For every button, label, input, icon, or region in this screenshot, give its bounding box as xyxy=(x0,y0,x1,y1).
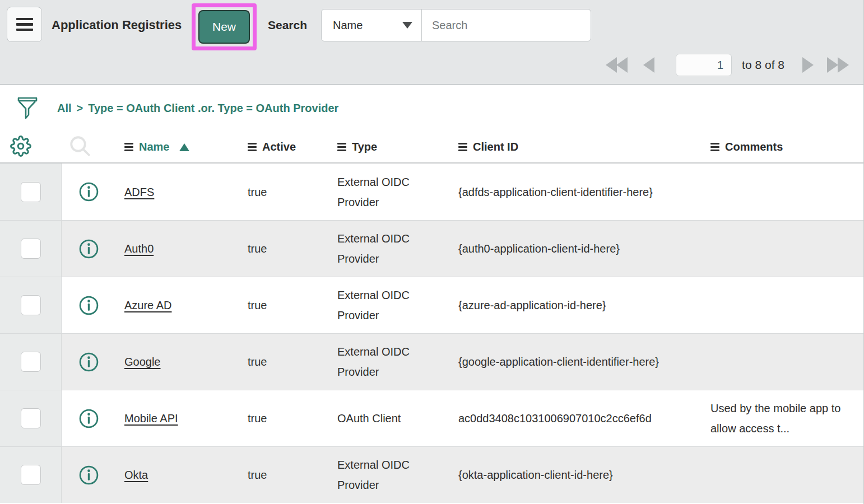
type-cell: OAuth Client xyxy=(337,408,458,428)
breadcrumb-condition-link[interactable]: Type = OAuth Client .or. Type = OAuth Pr… xyxy=(88,102,338,115)
name-cell: Auth0 xyxy=(124,239,248,259)
row-select-cell xyxy=(0,277,62,333)
hamburger-icon xyxy=(16,18,33,21)
search-label: Search xyxy=(268,18,307,32)
search-field-selected: Name xyxy=(333,19,363,32)
active-cell: true xyxy=(248,465,337,485)
column-header-active[interactable]: Active xyxy=(248,141,337,153)
info-icon[interactable] xyxy=(78,352,99,372)
hamburger-icon xyxy=(458,143,467,151)
record-link[interactable]: Azure AD xyxy=(124,299,171,311)
row-select-cell xyxy=(0,334,62,390)
row-checkbox[interactable] xyxy=(21,182,41,202)
info-icon[interactable] xyxy=(78,239,99,259)
type-cell: External OIDC Provider xyxy=(337,172,458,212)
name-cell: ADFS xyxy=(124,182,248,202)
pagination-range-text: to 8 of 8 xyxy=(742,58,784,72)
double-left-arrow-icon xyxy=(606,57,628,73)
breadcrumb: All > Type = OAuth Client .or. Type = OA… xyxy=(57,102,338,115)
row-checkbox[interactable] xyxy=(21,295,41,315)
new-button[interactable]: New xyxy=(198,10,250,44)
record-link[interactable]: Google xyxy=(124,356,161,368)
info-icon[interactable] xyxy=(78,408,99,429)
record-link[interactable]: ADFS xyxy=(124,186,154,198)
table-row: ADFS true External OIDC Provider {adfds-… xyxy=(0,164,863,220)
client-id-cell: {auth0-application-client-id-here} xyxy=(458,239,710,259)
page-number-input[interactable] xyxy=(676,54,732,76)
list-column-header-row: Name Active Type Client ID Comments xyxy=(0,132,863,164)
left-arrow-icon xyxy=(643,57,654,73)
table-row: Azure AD true External OIDC Provider {az… xyxy=(0,277,863,333)
client-id-cell: {adfds-application-client-identifier-her… xyxy=(458,182,710,202)
row-select-cell xyxy=(0,164,62,220)
type-cell: External OIDC Provider xyxy=(337,455,458,495)
active-cell: true xyxy=(248,408,337,428)
column-header-client-id[interactable]: Client ID xyxy=(458,141,710,153)
type-cell: External OIDC Provider xyxy=(337,285,458,325)
funnel-icon[interactable] xyxy=(17,96,38,122)
search-field-dropdown[interactable]: Name xyxy=(322,10,422,41)
active-cell: true xyxy=(248,182,337,202)
list-context-menu-button[interactable] xyxy=(7,7,42,42)
row-checkbox[interactable] xyxy=(21,465,41,485)
row-info-cell xyxy=(62,352,124,372)
info-icon[interactable] xyxy=(78,465,99,486)
row-select-cell xyxy=(0,221,62,277)
list-body: ADFS true External OIDC Provider {adfds-… xyxy=(0,164,863,503)
name-cell: Google xyxy=(124,352,248,372)
hamburger-icon xyxy=(710,143,719,151)
type-cell: External OIDC Provider xyxy=(337,228,458,269)
record-link[interactable]: Auth0 xyxy=(124,242,154,255)
chevron-down-icon xyxy=(402,22,412,29)
search-input[interactable] xyxy=(422,10,591,41)
name-cell: Azure AD xyxy=(124,295,248,315)
name-cell: Okta xyxy=(124,465,248,485)
row-info-cell xyxy=(62,408,124,429)
record-link[interactable]: Mobile API xyxy=(124,412,178,424)
next-page-button[interactable] xyxy=(802,57,814,73)
type-cell: External OIDC Provider xyxy=(337,342,458,382)
column-header-type[interactable]: Type xyxy=(337,141,458,153)
page-title: Application Registries xyxy=(52,18,182,32)
search-icon[interactable] xyxy=(68,134,92,158)
hamburger-icon xyxy=(124,143,133,151)
active-cell: true xyxy=(248,239,337,259)
sort-ascending-icon xyxy=(179,143,189,151)
first-page-button[interactable] xyxy=(606,57,628,73)
breadcrumb-all-link[interactable]: All xyxy=(57,102,72,115)
client-id-cell: {azure-ad-application-id-here} xyxy=(458,295,710,315)
info-icon[interactable] xyxy=(78,295,99,316)
annotation-new-button-highlight: New xyxy=(192,3,257,50)
row-checkbox[interactable] xyxy=(21,352,41,372)
table-row: Okta true External OIDC Provider {okta-a… xyxy=(0,446,863,503)
row-checkbox[interactable] xyxy=(21,408,41,428)
pagination: to 8 of 8 xyxy=(606,53,849,77)
client-id-cell: {okta-application-client-id-here} xyxy=(458,465,710,485)
row-info-cell xyxy=(62,295,124,316)
table-row: Google true External OIDC Provider {goog… xyxy=(0,333,863,390)
list-search-combo: Name xyxy=(321,9,591,41)
row-checkbox[interactable] xyxy=(21,239,41,259)
previous-page-button[interactable] xyxy=(643,57,654,73)
hamburger-icon xyxy=(248,143,257,151)
record-link[interactable]: Okta xyxy=(124,469,148,481)
info-icon[interactable] xyxy=(78,181,99,202)
list-title-bar: Application Registries New Search Name t… xyxy=(0,0,863,85)
row-info-cell xyxy=(62,465,124,486)
hamburger-icon xyxy=(337,143,346,151)
client-id-cell: ac0dd3408c1031006907010c2cc6ef6d xyxy=(458,408,710,428)
row-select-cell xyxy=(0,390,62,446)
comments-cell: Used by the mobile app to allow access t… xyxy=(710,398,863,438)
column-header-comments[interactable]: Comments xyxy=(710,141,863,153)
active-cell: true xyxy=(248,295,337,315)
breadcrumb-separator: > xyxy=(77,102,83,115)
application-registries-screen: Application Registries New Search Name t… xyxy=(0,0,864,504)
column-header-name[interactable]: Name xyxy=(124,141,248,153)
last-page-button[interactable] xyxy=(827,57,849,73)
double-right-arrow-icon xyxy=(827,57,849,73)
filter-row: All > Type = OAuth Client .or. Type = OA… xyxy=(0,85,863,132)
table-row: Mobile API true OAuth Client ac0dd3408c1… xyxy=(0,390,863,446)
active-cell: true xyxy=(248,352,337,372)
right-arrow-icon xyxy=(802,57,814,73)
gear-icon[interactable] xyxy=(10,136,31,157)
